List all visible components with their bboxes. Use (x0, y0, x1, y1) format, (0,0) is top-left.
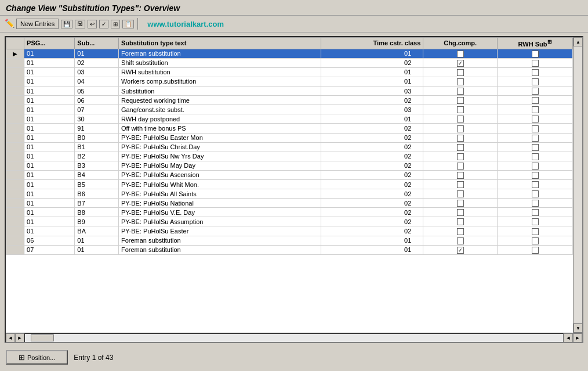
table-row[interactable]: 0701Foreman substitution01 (6, 245, 573, 254)
table-row[interactable]: 01B1PY-BE: PuHolSu Christ.Day02 (6, 142, 573, 152)
chg-checkbox[interactable] (457, 190, 464, 197)
table-row[interactable]: 0105Substitution03 (6, 87, 573, 96)
chg-checkbox[interactable] (457, 218, 464, 225)
rwh-cell[interactable] (498, 189, 573, 199)
rwh-cell[interactable] (498, 58, 573, 67)
rwh-checkbox[interactable] (532, 218, 539, 225)
position-button[interactable]: ⊞ Position... (6, 350, 68, 365)
rwh-cell[interactable] (498, 114, 573, 124)
new-entries-button[interactable]: New Entries (16, 19, 59, 29)
chg-cell[interactable] (423, 189, 498, 199)
rwh-cell[interactable] (498, 77, 573, 86)
chg-cell[interactable] (423, 77, 498, 86)
rwh-checkbox[interactable] (532, 181, 539, 188)
scroll-right-button[interactable]: ► (15, 333, 24, 343)
rwh-cell[interactable] (498, 217, 573, 226)
rwh-checkbox[interactable] (532, 60, 539, 67)
rwh-cell[interactable] (498, 179, 573, 189)
table-row[interactable]: 0130RWH day postponed01 (6, 114, 573, 124)
undo-button[interactable]: ↩ (88, 20, 97, 28)
chg-cell[interactable] (423, 245, 498, 254)
row-selector-cell[interactable] (6, 105, 24, 114)
rwh-cell[interactable] (498, 87, 573, 96)
rwh-checkbox[interactable] (532, 209, 539, 216)
chg-checkbox[interactable] (457, 60, 464, 67)
rwh-checkbox[interactable] (532, 190, 539, 197)
chg-checkbox[interactable] (457, 209, 464, 216)
chg-cell[interactable] (423, 142, 498, 152)
table-row[interactable]: 01B2PY-BE: PuHolSu Nw Yrs Day02 (6, 152, 573, 161)
table-row[interactable]: 0104Workers comp.substitution01 (6, 77, 573, 86)
rwh-checkbox[interactable] (532, 125, 539, 132)
chg-cell[interactable] (423, 49, 498, 58)
chg-checkbox[interactable] (457, 69, 464, 76)
chg-checkbox[interactable] (457, 135, 464, 142)
rwh-cell[interactable] (498, 49, 573, 58)
rwh-checkbox[interactable] (532, 144, 539, 151)
scroll-down-button[interactable]: ▼ (574, 323, 582, 333)
rwh-cell[interactable] (498, 124, 573, 133)
row-selector-cell[interactable] (6, 199, 24, 208)
chg-cell[interactable] (423, 67, 498, 77)
rwh-cell[interactable] (498, 133, 573, 142)
chg-cell[interactable] (423, 179, 498, 189)
row-selector-cell[interactable] (6, 179, 24, 189)
rwh-checkbox[interactable] (532, 78, 539, 85)
rwh-cell[interactable] (498, 152, 573, 161)
chg-checkbox[interactable] (457, 237, 464, 244)
chg-checkbox[interactable] (457, 51, 464, 57)
rwh-checkbox[interactable] (532, 106, 539, 113)
check-button[interactable]: ✓ (99, 20, 108, 28)
row-selector-cell[interactable] (6, 217, 24, 226)
scroll-right2-button[interactable]: ◄ (564, 333, 573, 343)
table-scroll-area[interactable]: PSG... Sub... Substitution type text Tim… (6, 37, 573, 333)
copy-button[interactable]: ⊞ (111, 20, 120, 28)
chg-cell[interactable] (423, 114, 498, 124)
chg-checkbox[interactable] (457, 172, 464, 179)
table-row[interactable]: 0191Off with time bonus PS02 (6, 124, 573, 133)
row-selector-cell[interactable] (6, 77, 24, 86)
row-selector-cell[interactable] (6, 114, 24, 124)
table-row[interactable]: 01B4PY-BE: PuHolSu Ascension02 (6, 170, 573, 179)
rwh-cell[interactable] (498, 236, 573, 245)
rwh-checkbox[interactable] (532, 116, 539, 123)
rwh-cell[interactable] (498, 142, 573, 152)
table-row[interactable]: 01B8PY-BE: PuHolSu V.E. Day02 (6, 208, 573, 217)
chg-cell[interactable] (423, 170, 498, 179)
chg-checkbox[interactable] (457, 200, 464, 207)
rwh-cell[interactable] (498, 226, 573, 236)
row-selector-cell[interactable] (6, 87, 24, 96)
chg-cell[interactable] (423, 152, 498, 161)
table-row[interactable]: ▶0101Foreman substitution01 (6, 49, 573, 58)
table-row[interactable]: 0601Foreman substitution01 (6, 236, 573, 245)
chg-cell[interactable] (423, 58, 498, 67)
rwh-cell[interactable] (498, 245, 573, 254)
paste-button[interactable]: 📋 (122, 20, 134, 28)
chg-cell[interactable] (423, 236, 498, 245)
chg-checkbox[interactable] (457, 153, 464, 160)
rwh-cell[interactable] (498, 170, 573, 179)
table-row[interactable]: 0106Requested working time02 (6, 96, 573, 105)
row-selector-cell[interactable] (6, 226, 24, 236)
row-selector-cell[interactable] (6, 124, 24, 133)
rwh-checkbox[interactable] (532, 200, 539, 207)
rwh-checkbox[interactable] (532, 247, 539, 254)
row-selector-cell[interactable] (6, 142, 24, 152)
chg-checkbox[interactable] (457, 78, 464, 85)
chg-checkbox[interactable] (457, 228, 464, 235)
row-selector-cell[interactable] (6, 189, 24, 199)
scroll-up-button[interactable]: ▲ (574, 37, 582, 46)
table-row[interactable]: 01B0PY-BE: PuHolSu Easter Mon02 (6, 133, 573, 142)
table-row[interactable]: 01B6PY-BE: PuHolSu All Saints02 (6, 189, 573, 199)
table-row[interactable]: 01BAPY-BE: PuHolSu Easter02 (6, 226, 573, 236)
rwh-cell[interactable] (498, 161, 573, 170)
chg-cell[interactable] (423, 124, 498, 133)
chg-checkbox[interactable] (457, 163, 464, 170)
chg-checkbox[interactable] (457, 106, 464, 113)
row-selector-cell[interactable] (6, 96, 24, 105)
row-selector-cell[interactable] (6, 67, 24, 77)
rwh-cell[interactable] (498, 105, 573, 114)
row-selector-cell[interactable] (6, 152, 24, 161)
chg-checkbox[interactable] (457, 116, 464, 123)
rwh-cell[interactable] (498, 199, 573, 208)
